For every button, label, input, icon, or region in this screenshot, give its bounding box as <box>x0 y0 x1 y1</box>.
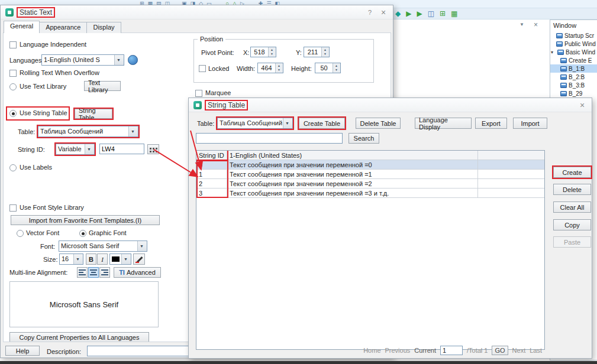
import-button[interactable]: Import <box>513 118 547 129</box>
create-button[interactable]: Create <box>553 167 591 178</box>
panel-close-icon[interactable]: × <box>534 21 538 29</box>
table-dropdown[interactable]: Таблица Сообщений <box>38 126 138 137</box>
help-icon[interactable]: ? <box>365 9 375 16</box>
use-text-library-radio[interactable] <box>9 83 17 90</box>
table-row[interactable]: 3 Текст сообщения при значении переменно… <box>196 188 544 198</box>
color-picker-icon[interactable] <box>133 254 145 265</box>
keyboard-icon[interactable] <box>147 144 159 154</box>
pager-home[interactable]: Home <box>363 347 380 354</box>
search-input[interactable] <box>196 133 343 144</box>
use-font-style-library-checkbox[interactable] <box>9 204 17 212</box>
language-display-button[interactable]: Language Display <box>415 118 472 129</box>
panel-collapse-icon[interactable]: ▼ <box>519 21 524 29</box>
spin-down-icon[interactable] <box>333 68 340 73</box>
chevron-down-icon[interactable] <box>73 254 83 264</box>
tree-item-create[interactable]: Create E <box>550 56 597 64</box>
spin-down-icon[interactable] <box>322 52 329 57</box>
chevron-down-icon[interactable] <box>114 55 124 65</box>
window-grid-icon[interactable]: ◫ <box>428 9 434 18</box>
paste-button[interactable]: Paste <box>553 236 591 248</box>
tree-item-window-b2[interactable]: B_2:B <box>550 73 597 81</box>
copy-button[interactable]: Copy <box>553 219 591 230</box>
pager-previous[interactable]: Previous <box>385 347 411 354</box>
text-library-button[interactable]: Text Library <box>84 81 121 91</box>
height-spinner[interactable]: 50 <box>315 63 341 73</box>
export-button[interactable]: Export <box>475 118 507 129</box>
copy-properties-button[interactable]: Copy Current Properties to All Languages <box>9 332 149 342</box>
table-dropdown[interactable]: Таблица Сообщений <box>217 118 293 129</box>
table-row[interactable]: 0 Текст сообщения при значении переменно… <box>196 160 544 170</box>
string-id-mode-dropdown[interactable]: Variable <box>56 144 95 155</box>
font-preview-text: Microsoft Sans Serif <box>50 300 118 309</box>
x-spinner[interactable]: 518 <box>250 47 276 57</box>
use-labels-radio[interactable] <box>9 164 17 171</box>
align-left-icon[interactable] <box>77 267 88 278</box>
advanced-button[interactable]: TI Advanced <box>114 267 161 278</box>
tree-item-window-b3[interactable]: B_3:B <box>550 81 597 89</box>
use-string-table-radio[interactable] <box>9 110 17 117</box>
pager-current-input[interactable] <box>440 346 463 355</box>
spin-up-icon[interactable] <box>269 47 276 52</box>
close-icon[interactable]: × <box>379 8 388 17</box>
spin-up-icon[interactable] <box>322 47 329 52</box>
tree-item-window-b1[interactable]: B_1:B <box>550 64 597 73</box>
chevron-down-icon[interactable] <box>137 241 147 251</box>
tree-item-startup-screen[interactable]: Startup Scr <box>550 31 597 40</box>
tree-item-public-window[interactable]: Public Wind <box>550 40 597 48</box>
align-right-icon[interactable] <box>99 267 110 278</box>
language-independent-checkbox[interactable] <box>9 41 17 48</box>
table-row[interactable]: 1 Текст сообщения при значении переменно… <box>196 170 544 179</box>
string-id-address-input[interactable] <box>99 144 144 154</box>
spin-down-icon[interactable] <box>276 68 283 73</box>
pager-next[interactable]: Next <box>512 347 526 354</box>
import-templates-button[interactable]: Import from Favorite Font Templates.(I) <box>11 215 160 225</box>
locked-checkbox[interactable] <box>199 65 206 72</box>
pager-go-button[interactable]: GO <box>492 346 508 355</box>
spin-up-icon[interactable] <box>333 63 340 68</box>
chevron-down-icon[interactable] <box>85 144 94 154</box>
graphic-font-radio[interactable] <box>79 230 86 237</box>
width-spinner[interactable]: 464 <box>257 63 283 73</box>
marquee-checkbox[interactable] <box>195 90 202 97</box>
italic-button[interactable]: I <box>97 254 108 265</box>
compile-icon[interactable]: ◆ <box>395 9 401 18</box>
bold-button[interactable]: B <box>86 254 96 265</box>
table-row[interactable]: 2 Текст сообщения при значении переменно… <box>196 179 544 188</box>
download-icon[interactable]: ▶ <box>417 9 422 18</box>
chevron-down-icon[interactable] <box>121 254 131 264</box>
tab-appearance[interactable]: Appearance <box>39 22 87 33</box>
create-table-button[interactable]: Create Table <box>299 118 345 129</box>
description-input[interactable] <box>87 346 189 356</box>
size-dropdown[interactable]: 16 <box>59 254 83 265</box>
delete-button[interactable]: Delete <box>553 184 591 195</box>
chevron-down-icon[interactable] <box>128 126 138 136</box>
align-center-icon[interactable] <box>88 267 99 278</box>
taskbar-edge <box>0 361 597 364</box>
tree-item-basic-window[interactable]: ▾ Basic Wind <box>550 48 597 56</box>
help-button[interactable]: Help <box>5 346 40 356</box>
languages-dropdown[interactable]: 1-English (United S <box>41 54 124 66</box>
font-dropdown[interactable]: Microsoft Sans Serif <box>59 240 147 252</box>
tab-general[interactable]: General <box>4 21 40 33</box>
chevron-down-icon[interactable] <box>283 118 292 128</box>
simulate-icon[interactable]: ▶ <box>406 9 411 18</box>
clear-all-button[interactable]: Clear All <box>553 202 591 213</box>
new-window-icon[interactable]: ⊞ <box>440 9 446 18</box>
font-color-dropdown[interactable] <box>109 254 131 265</box>
vector-font-radio[interactable] <box>17 230 24 237</box>
delete-table-button[interactable]: Delete Table <box>356 118 401 129</box>
close-icon[interactable]: × <box>577 100 587 110</box>
expand-arrow-icon[interactable]: ▾ <box>551 50 556 55</box>
y-spinner[interactable]: 211 <box>304 47 330 57</box>
string-table-button[interactable]: String Table <box>75 109 112 119</box>
rolling-text-checkbox[interactable] <box>9 70 17 77</box>
pager-last[interactable]: Last <box>530 347 542 354</box>
use-text-library-label: Use Text Library <box>20 83 66 90</box>
spin-up-icon[interactable] <box>276 63 283 68</box>
table-icon[interactable]: ▦ <box>451 9 457 18</box>
search-button[interactable]: Search <box>348 133 379 144</box>
globe-icon[interactable] <box>128 55 138 65</box>
tab-display[interactable]: Display <box>86 22 121 33</box>
spin-down-icon[interactable] <box>269 52 276 57</box>
tree-item-window-b29[interactable]: B_29 <box>550 89 597 98</box>
